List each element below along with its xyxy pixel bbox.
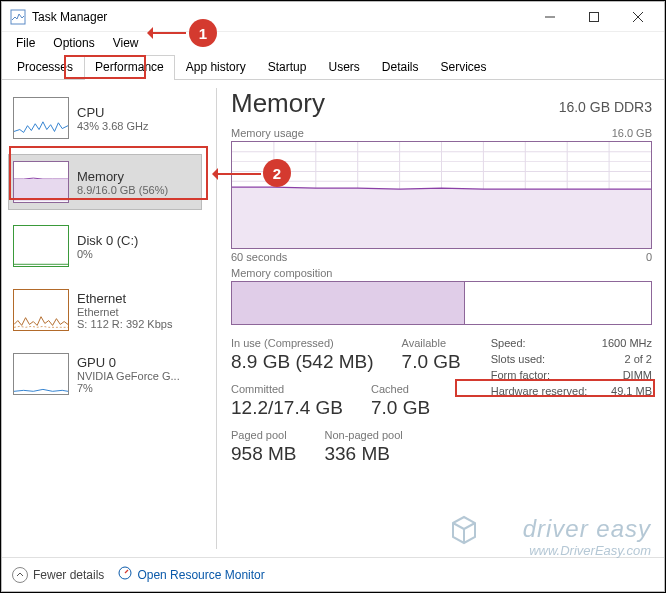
composition-label: Memory composition — [231, 267, 652, 279]
sidebar-item-ethernet[interactable]: Ethernet Ethernet S: 112 R: 392 Kbps — [8, 282, 202, 338]
memory-capacity: 16.0 GB DDR3 — [559, 99, 652, 115]
usage-axis: 60 seconds 0 — [231, 251, 652, 263]
sidebar-item-cpu[interactable]: CPU 43% 3.68 GHz — [8, 90, 202, 146]
paged-value: 958 MB — [231, 443, 296, 465]
maximize-button[interactable] — [572, 2, 616, 32]
menu-file[interactable]: File — [8, 34, 43, 52]
sidebar-cpu-title: CPU — [77, 105, 197, 120]
disk-sparkline — [13, 225, 69, 267]
sidebar-ethernet-sub: Ethernet — [77, 306, 197, 318]
sidebar-gpu-sub: NVIDIA GeForce G... — [77, 370, 197, 382]
formfactor-val: DIMM — [623, 369, 652, 381]
memory-sparkline — [13, 161, 69, 203]
sidebar-item-disk[interactable]: Disk 0 (C:) 0% — [8, 218, 202, 274]
nonpaged-value: 336 MB — [324, 443, 402, 465]
slots-val: 2 of 2 — [624, 353, 652, 365]
annotation-arrow-2 — [215, 173, 261, 175]
window-title: Task Manager — [32, 10, 107, 24]
sidebar-cpu-sub: 43% 3.68 GHz — [77, 120, 197, 132]
tab-strip: Processes Performance App history Startu… — [2, 54, 664, 80]
speed-key: Speed: — [491, 337, 526, 349]
available-value: 7.0 GB — [402, 351, 461, 373]
stats-left: In use (Compressed) 8.9 GB (542 MB) Avai… — [231, 337, 467, 475]
hwres-key: Hardware reserved: — [491, 385, 588, 397]
in-use-value: 8.9 GB (542 MB) — [231, 351, 374, 373]
gpu-sparkline — [13, 353, 69, 395]
usage-label-row: Memory usage 16.0 GB — [231, 127, 652, 139]
tab-performance[interactable]: Performance — [84, 55, 175, 80]
tab-app-history[interactable]: App history — [175, 55, 257, 79]
open-resource-monitor-link[interactable]: Open Resource Monitor — [118, 566, 264, 583]
formfactor-key: Form factor: — [491, 369, 550, 381]
close-button[interactable] — [616, 2, 660, 32]
annotation-marker-1: 1 — [189, 19, 217, 47]
cached-value: 7.0 GB — [371, 397, 430, 419]
sidebar-gpu-title: GPU 0 — [77, 355, 197, 370]
slots-key: Slots used: — [491, 353, 545, 365]
app-icon — [10, 9, 26, 25]
tab-processes[interactable]: Processes — [6, 55, 84, 79]
main-panel: Memory 16.0 GB DDR3 Memory usage 16.0 GB — [225, 80, 664, 557]
svg-line-26 — [125, 570, 128, 573]
committed-label: Committed — [231, 383, 343, 395]
menu-options[interactable]: Options — [45, 34, 102, 52]
cpu-sparkline — [13, 97, 69, 139]
chevron-up-icon — [12, 567, 28, 583]
annotation-arrow-1 — [150, 32, 186, 34]
menubar: File Options View — [2, 32, 664, 54]
page-title: Memory — [231, 88, 325, 119]
memory-composition-chart — [231, 281, 652, 325]
sidebar-memory-sub: 8.9/16.0 GB (56%) — [77, 184, 197, 196]
paged-label: Paged pool — [231, 429, 296, 441]
sidebar-disk-title: Disk 0 (C:) — [77, 233, 197, 248]
tab-details[interactable]: Details — [371, 55, 430, 79]
sidebar-ethernet-title: Ethernet — [77, 291, 197, 306]
stats-area: In use (Compressed) 8.9 GB (542 MB) Avai… — [231, 337, 652, 475]
sidebar-gpu-sub2: 7% — [77, 382, 197, 394]
in-use-label: In use (Compressed) — [231, 337, 374, 349]
footer: Fewer details Open Resource Monitor — [2, 557, 664, 591]
stats-right: Speed:1600 MHz Slots used:2 of 2 Form fa… — [491, 337, 652, 475]
fewer-details-button[interactable]: Fewer details — [12, 567, 104, 583]
performance-sidebar: CPU 43% 3.68 GHz Memory 8.9/16.0 GB (56%… — [2, 80, 208, 557]
tab-services[interactable]: Services — [430, 55, 498, 79]
usage-label: Memory usage — [231, 127, 304, 139]
ethernet-sparkline — [13, 289, 69, 331]
fewer-details-label: Fewer details — [33, 568, 104, 582]
minimize-button[interactable] — [528, 2, 572, 32]
tab-users[interactable]: Users — [317, 55, 370, 79]
window-controls — [528, 2, 660, 32]
axis-right: 0 — [646, 251, 652, 263]
tab-startup[interactable]: Startup — [257, 55, 318, 79]
hwres-val: 49.1 MB — [611, 385, 652, 397]
main-header: Memory 16.0 GB DDR3 — [231, 88, 652, 119]
sidebar-divider — [216, 88, 217, 549]
content-area: CPU 43% 3.68 GHz Memory 8.9/16.0 GB (56%… — [2, 80, 664, 557]
sidebar-item-gpu[interactable]: GPU 0 NVIDIA GeForce G... 7% — [8, 346, 202, 402]
speed-val: 1600 MHz — [602, 337, 652, 349]
nonpaged-label: Non-paged pool — [324, 429, 402, 441]
available-label: Available — [402, 337, 461, 349]
memory-usage-chart — [231, 141, 652, 249]
svg-rect-2 — [590, 12, 599, 21]
svg-marker-24 — [232, 187, 651, 248]
sidebar-ethernet-sub2: S: 112 R: 392 Kbps — [77, 318, 197, 330]
usage-max: 16.0 GB — [612, 127, 652, 139]
resource-monitor-icon — [118, 566, 132, 583]
axis-left: 60 seconds — [231, 251, 287, 263]
committed-value: 12.2/17.4 GB — [231, 397, 343, 419]
sidebar-memory-title: Memory — [77, 169, 197, 184]
annotation-marker-2: 2 — [263, 159, 291, 187]
open-resource-monitor-label: Open Resource Monitor — [137, 568, 264, 582]
sidebar-disk-sub: 0% — [77, 248, 197, 260]
svg-rect-5 — [14, 179, 68, 201]
task-manager-window: Task Manager File Options View Processes… — [1, 1, 665, 592]
titlebar: Task Manager — [2, 2, 664, 32]
cached-label: Cached — [371, 383, 430, 395]
sidebar-item-memory[interactable]: Memory 8.9/16.0 GB (56%) — [8, 154, 202, 210]
